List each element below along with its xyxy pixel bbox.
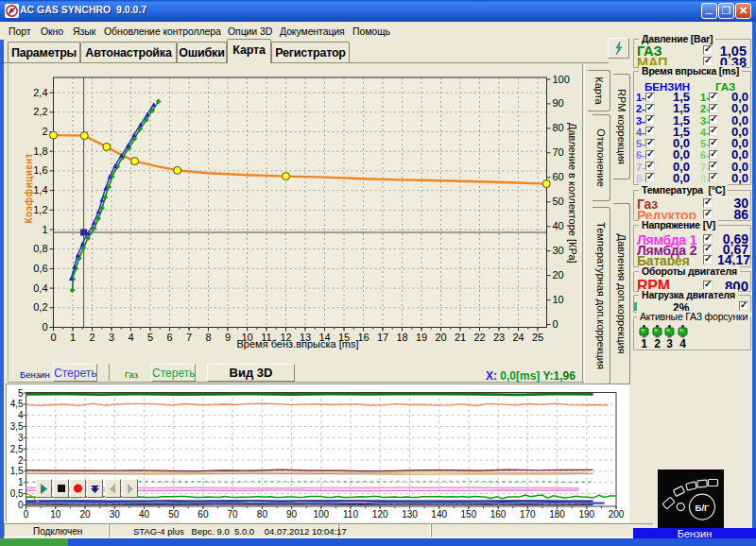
svg-text:80: 80 — [257, 509, 268, 520]
svg-text:90: 90 — [553, 97, 564, 109]
svg-text:60: 60 — [553, 171, 564, 182]
svg-text:16: 16 — [357, 332, 369, 343]
svg-text:100: 100 — [313, 509, 329, 520]
svg-text:1,4: 1,4 — [33, 184, 47, 196]
svg-text:3: 3 — [18, 433, 24, 443]
svg-text:3,5: 3,5 — [10, 421, 24, 432]
svg-text:5: 5 — [18, 388, 24, 399]
svg-text:20: 20 — [553, 269, 564, 281]
svg-text:24: 24 — [512, 332, 524, 343]
svg-text:140: 140 — [431, 509, 447, 520]
svg-text:0,6: 0,6 — [33, 263, 47, 274]
svg-text:3: 3 — [109, 332, 114, 343]
svg-text:200: 200 — [609, 509, 625, 520]
svg-text:2,4: 2,4 — [33, 87, 47, 98]
svg-text:8: 8 — [205, 332, 211, 343]
svg-text:120: 120 — [372, 509, 388, 520]
svg-text:80: 80 — [553, 122, 564, 133]
svg-text:60: 60 — [198, 509, 209, 520]
svg-text:110: 110 — [343, 509, 358, 520]
svg-text:90: 90 — [286, 509, 298, 520]
svg-text:0: 0 — [24, 509, 29, 520]
svg-text:1: 1 — [70, 332, 76, 343]
svg-text:10: 10 — [553, 294, 564, 305]
svg-text:130: 130 — [402, 509, 418, 520]
svg-text:50: 50 — [553, 196, 564, 207]
svg-text:2,2: 2,2 — [33, 106, 47, 117]
svg-text:1,6: 1,6 — [33, 164, 47, 176]
svg-text:0,8: 0,8 — [33, 243, 47, 254]
svg-text:2: 2 — [18, 455, 24, 466]
svg-text:1: 1 — [42, 224, 47, 235]
svg-text:25: 25 — [532, 332, 543, 343]
svg-text:19: 19 — [416, 332, 427, 343]
svg-text:0: 0 — [553, 318, 558, 330]
svg-text:Время бенз.впрыска [ms]: Время бенз.впрыска [ms] — [237, 338, 359, 350]
svg-text:160: 160 — [490, 509, 507, 520]
svg-text:190: 190 — [578, 509, 594, 520]
svg-text:50: 50 — [168, 509, 180, 520]
svg-text:23: 23 — [493, 332, 505, 343]
svg-text:150: 150 — [461, 509, 477, 520]
svg-text:4: 4 — [128, 332, 133, 343]
svg-text:Б/Г: Б/Г — [696, 503, 710, 513]
svg-text:0: 0 — [42, 321, 47, 333]
svg-text:5: 5 — [147, 332, 153, 343]
svg-text:0,5: 0,5 — [10, 488, 24, 499]
svg-text:4,5: 4,5 — [10, 399, 24, 409]
svg-text:22: 22 — [473, 332, 485, 343]
svg-text:40: 40 — [553, 220, 564, 231]
svg-text:17: 17 — [377, 332, 388, 343]
svg-text:0: 0 — [50, 332, 56, 343]
svg-text:1,8: 1,8 — [33, 145, 47, 157]
svg-text:20: 20 — [435, 332, 446, 343]
svg-text:20: 20 — [79, 509, 91, 520]
svg-text:1: 1 — [18, 477, 24, 487]
svg-text:9: 9 — [225, 332, 231, 343]
svg-text:0,4: 0,4 — [33, 282, 47, 294]
svg-text:7: 7 — [186, 332, 192, 343]
svg-text:21: 21 — [455, 332, 466, 343]
svg-text:18: 18 — [396, 332, 407, 343]
svg-text:1,2: 1,2 — [33, 204, 47, 215]
svg-text:100: 100 — [553, 74, 570, 85]
svg-text:10: 10 — [50, 509, 61, 520]
svg-text:70: 70 — [553, 146, 564, 158]
svg-text:2,5: 2,5 — [10, 444, 24, 454]
svg-text:2: 2 — [89, 332, 94, 343]
svg-text:180: 180 — [549, 509, 565, 520]
svg-text:30: 30 — [110, 509, 121, 520]
svg-text:30: 30 — [553, 245, 564, 256]
svg-text:70: 70 — [228, 509, 239, 520]
svg-text:6: 6 — [166, 332, 172, 343]
svg-text:0,2: 0,2 — [33, 301, 47, 313]
svg-text:170: 170 — [520, 509, 536, 520]
svg-text:2: 2 — [42, 126, 47, 137]
svg-text:1,5: 1,5 — [10, 466, 24, 476]
svg-text:4: 4 — [18, 410, 24, 420]
svg-text:40: 40 — [139, 509, 150, 520]
